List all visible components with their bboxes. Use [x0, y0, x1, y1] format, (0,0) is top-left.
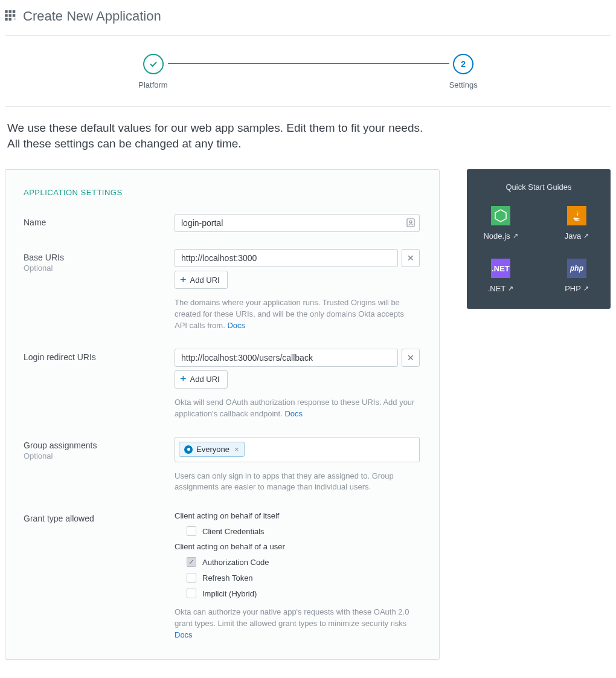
svg-point-10 — [409, 221, 412, 223]
svg-rect-0 — [5, 10, 8, 13]
checkbox-label: Implicit (Hybrid) — [202, 589, 257, 598]
step-label: Platform — [138, 80, 167, 89]
external-icon: ↗ — [583, 285, 589, 292]
guide-nodejs[interactable]: Node.js↗ — [478, 206, 524, 241]
svg-rect-4 — [9, 14, 12, 17]
php-icon: php — [567, 259, 586, 278]
remove-chip-icon[interactable]: × — [234, 445, 239, 454]
svg-rect-3 — [5, 14, 8, 17]
login-redirect-input[interactable] — [175, 349, 398, 367]
checkbox-icon — [187, 557, 196, 567]
intro-text: We use these default values for our web … — [5, 107, 611, 169]
login-redirect-label: Login redirect URIs — [24, 352, 175, 362]
step-platform[interactable]: Platform — [138, 54, 167, 89]
settings-card: APPLICATION SETTINGS Name — [5, 169, 440, 659]
add-uri-label: Add URI — [190, 276, 220, 285]
dotnet-icon: .NET — [491, 259, 510, 278]
checkbox-implicit[interactable]: Implicit (Hybrid) — [175, 589, 421, 598]
grant-docs-link[interactable]: Docs — [175, 630, 193, 639]
group-chip-label: Everyone — [196, 445, 229, 454]
remove-uri-button[interactable]: ✕ — [402, 249, 420, 267]
checkbox-icon — [187, 589, 196, 598]
grant-type-label: Grant type allowed — [24, 514, 175, 523]
id-card-icon — [406, 218, 415, 229]
base-uri-help: The domains where your application runs.… — [175, 297, 416, 332]
guides-card: Quick Start Guides Node.js↗ Java↗ .NET — [467, 169, 611, 309]
name-input[interactable] — [175, 214, 420, 232]
checkbox-authorization-code[interactable]: Authorization Code — [175, 557, 421, 567]
close-icon: ✕ — [407, 253, 414, 263]
groups-sublabel: Optional — [24, 451, 175, 460]
base-uri-input[interactable] — [175, 249, 398, 267]
name-label: Name — [24, 218, 175, 227]
svg-rect-6 — [5, 18, 8, 20]
external-icon: ↗ — [513, 232, 518, 240]
stepper: Platform 2 Settings — [5, 36, 611, 107]
plus-icon: + — [180, 274, 187, 286]
base-uri-docs-link[interactable]: Docs — [227, 321, 245, 330]
plus-icon: + — [180, 373, 187, 386]
login-redirect-docs-link[interactable]: Docs — [284, 409, 303, 418]
external-icon: ↗ — [583, 232, 589, 240]
checkbox-label: Authorization Code — [202, 558, 269, 567]
step-label: Settings — [449, 80, 478, 89]
check-icon — [143, 54, 164, 74]
login-redirect-help: Okta will send OAuth authorization respo… — [175, 397, 416, 420]
groups-help: Users can only sign in to apps that they… — [175, 471, 416, 494]
intro-line: All these settings can be changed at any… — [7, 136, 611, 152]
svg-rect-7 — [9, 18, 12, 20]
guides-title: Quick Start Guides — [478, 182, 600, 192]
grant-user-heading: Client acting on behalf of a user — [175, 542, 421, 551]
svg-text:+: + — [14, 16, 17, 21]
groups-label: Group assignments — [24, 441, 175, 450]
intro-line: We use these default values for our web … — [7, 120, 611, 136]
guide-label: Java — [565, 231, 581, 241]
guide-label: PHP — [565, 284, 581, 293]
guide-php[interactable]: php PHP↗ — [554, 259, 600, 293]
guide-java[interactable]: Java↗ — [554, 206, 600, 241]
checkbox-icon — [187, 573, 196, 583]
guide-dotnet[interactable]: .NET .NET↗ — [478, 259, 524, 293]
java-icon — [567, 206, 586, 225]
guide-label: .NET — [488, 284, 506, 293]
external-icon: ↗ — [508, 285, 513, 292]
group-chip-everyone[interactable]: Everyone × — [179, 442, 245, 457]
checkbox-label: Client Credentials — [202, 527, 265, 536]
group-icon — [184, 445, 193, 454]
step-number-icon: 2 — [453, 54, 473, 74]
page-header: + Create New Application — [5, 5, 611, 36]
checkbox-label: Refresh Token — [202, 573, 253, 583]
grant-itself-heading: Client acting on behalf of itself — [175, 511, 421, 520]
close-icon: ✕ — [407, 353, 414, 363]
add-base-uri-button[interactable]: + Add URI — [175, 271, 228, 289]
svg-marker-11 — [495, 210, 506, 222]
section-title: APPLICATION SETTINGS — [24, 188, 421, 197]
page-title: Create New Application — [23, 8, 161, 24]
checkbox-refresh-token[interactable]: Refresh Token — [175, 573, 421, 583]
step-connector — [168, 63, 449, 64]
apps-icon: + — [5, 10, 18, 23]
grant-help: Okta can authorize your native app's req… — [175, 607, 416, 641]
step-settings[interactable]: 2 Settings — [449, 54, 478, 89]
checkbox-icon — [187, 526, 196, 536]
base-uris-sublabel: Optional — [24, 263, 175, 273]
remove-redirect-button[interactable]: ✕ — [402, 349, 420, 367]
base-uris-label: Base URIs — [24, 253, 175, 262]
svg-rect-1 — [9, 10, 12, 13]
checkbox-client-credentials[interactable]: Client Credentials — [175, 526, 421, 536]
nodejs-icon — [491, 206, 510, 225]
add-redirect-uri-button[interactable]: + Add URI — [175, 370, 228, 389]
add-uri-label: Add URI — [190, 375, 220, 384]
groups-input[interactable]: Everyone × — [175, 437, 420, 462]
guide-label: Node.js — [483, 231, 510, 241]
svg-rect-2 — [13, 10, 16, 13]
